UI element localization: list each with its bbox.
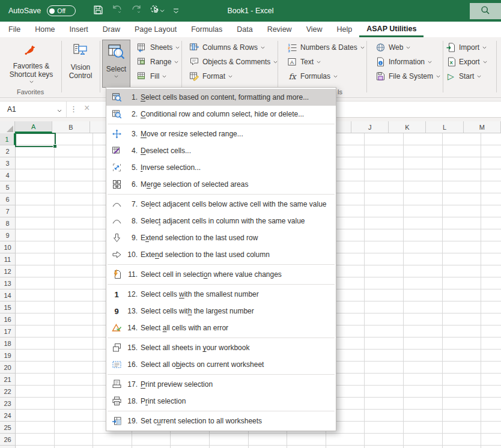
column-header-b[interactable]: B: [52, 121, 90, 133]
row-header-10[interactable]: 10: [0, 241, 15, 253]
undo-button[interactable]: [109, 3, 126, 19]
autosave-toggle[interactable]: Off: [47, 5, 76, 16]
column-header-l[interactable]: L: [426, 121, 463, 133]
ribbon-web-button[interactable]: Web: [375, 40, 440, 55]
menu-item-3[interactable]: 3.Move or resize selected range...: [106, 126, 336, 142]
tab-file[interactable]: File: [1, 22, 28, 37]
ribbon-objects-comments-button[interactable]: Objects & Comments: [189, 55, 278, 69]
row-header-17[interactable]: 17: [0, 325, 15, 338]
menu-item-19[interactable]: 19.Set current selection to all workshee…: [106, 413, 336, 429]
row-header-11[interactable]: 11: [0, 253, 15, 265]
menu-item-13[interactable]: 913.Select cells with the largest number: [106, 303, 336, 319]
row-header-2[interactable]: 2: [0, 145, 15, 157]
search-button[interactable]: [470, 3, 501, 19]
row-header-1[interactable]: 1: [0, 133, 15, 145]
menu-item-label: Select cells with the largest number: [141, 307, 254, 315]
menu-item-1[interactable]: 1.Select cells based on content, formatt…: [106, 89, 336, 106]
ribbon-start-button[interactable]: ▷Start: [446, 69, 487, 83]
tab-help[interactable]: Help: [330, 22, 360, 37]
vision-control-button[interactable]: VisionControl: [64, 40, 97, 88]
menu-item-8[interactable]: 8.Select adjacent cells in column with t…: [106, 213, 336, 229]
menu-item-7[interactable]: 7.Select adjacent cells below active cel…: [106, 196, 336, 213]
ribbon-export-button[interactable]: XExport: [446, 55, 487, 69]
menu-item-9[interactable]: 9.Extend selection to the last used row: [106, 229, 336, 246]
row-header-22[interactable]: 22: [0, 386, 15, 398]
menu-item-18[interactable]: 18.Print selection: [106, 393, 336, 410]
row-header-12[interactable]: 12: [0, 265, 15, 277]
column-header-k[interactable]: K: [389, 121, 426, 133]
menu-item-11[interactable]: 11.Select cell in selection where value …: [106, 266, 336, 283]
row-header-13[interactable]: 13: [0, 277, 15, 289]
chevron-down-icon: [333, 75, 338, 78]
digit-9-icon: 9: [111, 306, 122, 316]
tab-draw[interactable]: Draw: [96, 22, 127, 37]
menu-item-2[interactable]: 2.Conditional row and column select, hid…: [106, 106, 336, 123]
name-box-chevron-icon[interactable]: [57, 104, 66, 115]
tab-data[interactable]: Data: [229, 22, 260, 37]
tab-insert[interactable]: Insert: [62, 22, 96, 37]
tab-page-layout[interactable]: Page Layout: [127, 22, 184, 37]
column-header-j[interactable]: J: [351, 121, 389, 133]
tab-review[interactable]: Review: [260, 22, 299, 37]
tab-asap-utilities[interactable]: ASAP Utilities: [359, 22, 424, 37]
ribbon-range-button[interactable]: Range: [137, 55, 180, 69]
select-button[interactable]: Select: [102, 40, 130, 88]
row-header-24[interactable]: 24: [0, 410, 15, 422]
ribbon-formulas-button[interactable]: fxFormulas: [287, 69, 365, 83]
cancel-icon[interactable]: ×: [84, 103, 90, 114]
row-header-14[interactable]: 14: [0, 289, 15, 301]
select-all-button[interactable]: [0, 121, 15, 133]
ribbon-file-system-button[interactable]: File & System: [375, 69, 440, 83]
row-header-25[interactable]: 25: [0, 422, 15, 434]
touch-mouse-mode-button[interactable]: [147, 3, 168, 19]
group-separator: [496, 41, 497, 92]
ribbon-text-button[interactable]: AText: [287, 55, 365, 69]
customize-qat-button[interactable]: [170, 3, 182, 19]
row-header-9[interactable]: 9: [0, 229, 15, 241]
menu-item-16[interactable]: 16.Select all objects on current workshe…: [106, 356, 336, 373]
tab-formulas[interactable]: Formulas: [184, 22, 229, 37]
ribbon-import-button[interactable]: Import: [446, 40, 487, 55]
chevron-down-icon: [273, 61, 278, 64]
menu-item-17[interactable]: 17.Print preview selection: [106, 376, 336, 393]
menu-item-10[interactable]: 10.Extend selection to the last used col…: [106, 246, 336, 263]
row-header-8[interactable]: 8: [0, 217, 15, 229]
autosave-toggle-knob: [49, 8, 55, 14]
column-header-m[interactable]: M: [464, 121, 501, 133]
row-header-15[interactable]: 15: [0, 301, 15, 313]
row-header-20[interactable]: 20: [0, 362, 15, 374]
menu-item-4[interactable]: 4.Deselect cells...: [106, 142, 336, 159]
row-header-26[interactable]: 26: [0, 434, 15, 446]
row-header-18[interactable]: 18: [0, 338, 15, 350]
row-header-6[interactable]: 6: [0, 193, 15, 205]
ribbon-sheets-button[interactable]: Sheets: [137, 40, 180, 55]
row-header-4[interactable]: 4: [0, 169, 15, 181]
ribbon-columns-rows-button[interactable]: Columns & Rows: [189, 40, 278, 55]
menu-item-5[interactable]: 5.Inverse selection...: [106, 159, 336, 176]
ribbon-information-button[interactable]: iInformation: [375, 55, 440, 69]
ribbon-numbers-dates-button[interactable]: 123Numbers & Dates: [287, 40, 365, 55]
row-header-21[interactable]: 21: [0, 374, 15, 386]
save-button[interactable]: [90, 3, 106, 19]
row-header-5[interactable]: 5: [0, 181, 15, 193]
row-header-23[interactable]: 23: [0, 398, 15, 410]
row-header-16[interactable]: 16: [0, 313, 15, 325]
row-header-7[interactable]: 7: [0, 205, 15, 217]
menu-item-6[interactable]: 6.Merge selection of selected areas: [106, 176, 336, 193]
menu-item-12[interactable]: 112.Select cells with the smallest numbe…: [106, 286, 336, 303]
formula-bar-drag-dots-icon[interactable]: ⋮: [70, 104, 77, 114]
ribbon-range-label: Range: [150, 58, 171, 66]
ribbon-format-button[interactable]: Format: [189, 69, 278, 83]
row-header-3[interactable]: 3: [0, 157, 15, 169]
redo-button[interactable]: [128, 3, 145, 19]
favorites-shortcut-keys-button[interactable]: Favorites &Shortcut keys: [2, 40, 60, 88]
menu-item-14[interactable]: 14.Select all cells with an error: [106, 319, 336, 336]
row-header-19[interactable]: 19: [0, 350, 15, 362]
tab-view[interactable]: View: [299, 22, 330, 37]
name-box[interactable]: A1: [2, 101, 67, 117]
column-header-a[interactable]: A: [15, 121, 52, 133]
menu-item-number: 14.: [124, 324, 138, 332]
menu-item-15[interactable]: 15.Select all sheets in your workbook: [106, 339, 336, 356]
tab-home[interactable]: Home: [28, 22, 62, 37]
ribbon-fill-button[interactable]: Fill: [137, 69, 180, 83]
